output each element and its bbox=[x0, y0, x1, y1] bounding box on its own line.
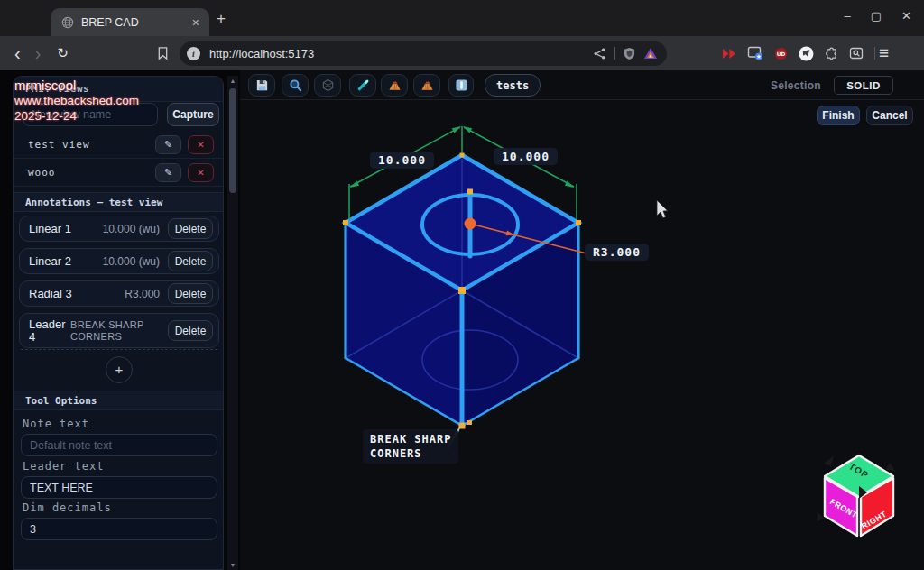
reload-button[interactable]: ↻ bbox=[57, 45, 69, 61]
dimension-label-right[interactable]: 10.000 bbox=[494, 148, 558, 165]
annotation-value: 10.000 (wu) bbox=[76, 255, 168, 268]
annotations-section-header: Annotations — test view bbox=[14, 192, 223, 212]
extension-ud-badge-icon[interactable]: UD bbox=[774, 47, 788, 60]
svg-text:UD: UD bbox=[777, 51, 786, 56]
tab-favicon-globe-icon bbox=[61, 16, 74, 29]
info-panel-button[interactable] bbox=[448, 74, 474, 97]
volcano-tool-button-2[interactable] bbox=[413, 74, 440, 97]
browser-menu-icon[interactable]: ≡ bbox=[879, 43, 889, 63]
brave-shield-icon[interactable] bbox=[624, 47, 635, 60]
annotation-row: Leader 4 BREAK SHARP CORNERS Delete bbox=[19, 313, 219, 348]
edit-view-button[interactable]: ✎ bbox=[155, 163, 181, 182]
delete-annotation-button[interactable]: Delete bbox=[168, 218, 213, 239]
window-maximize-button[interactable]: ▢ bbox=[871, 9, 882, 23]
add-annotation-area: + bbox=[21, 349, 217, 389]
url-text: http://localhost:5173 bbox=[209, 47, 593, 60]
dim-decimals-input[interactable] bbox=[21, 518, 217, 540]
sidebar-header: PMI: Views bbox=[14, 77, 223, 102]
cancel-button[interactable]: Cancel bbox=[866, 106, 913, 125]
scroll-down-icon[interactable]: ▼ bbox=[227, 562, 238, 568]
annotation-value: R3.000 bbox=[76, 288, 168, 300]
note-text-input[interactable] bbox=[21, 434, 217, 456]
dim-decimals-label: Dim decimals bbox=[23, 501, 112, 514]
back-button[interactable]: ‹ bbox=[14, 45, 21, 61]
wireframe-tool-button[interactable] bbox=[314, 74, 341, 97]
annotation-row: Linear 2 10.000 (wu) Delete bbox=[19, 248, 219, 274]
capture-button[interactable]: Capture bbox=[167, 103, 219, 126]
delete-annotation-button[interactable]: Delete bbox=[168, 283, 213, 304]
edit-view-button[interactable]: ✎ bbox=[155, 135, 181, 154]
annotation-row: Radial 3 R3.000 Delete bbox=[19, 280, 219, 307]
app-page: PMI: Views Capture test view ✎ ✕ wooo ✎ … bbox=[0, 70, 924, 570]
window-minimize-button[interactable]: – bbox=[845, 9, 851, 23]
leader-text-input[interactable] bbox=[21, 476, 217, 499]
volcano-icon bbox=[420, 78, 434, 92]
view-name: test view bbox=[28, 139, 149, 151]
extension-tab-star-icon[interactable] bbox=[747, 46, 763, 60]
pencil-icon: ✎ bbox=[164, 139, 172, 151]
pencil-icon: ✎ bbox=[164, 167, 172, 179]
browser-addressbar: ‹ › ↻ i http://localhost:5173 UD bbox=[0, 36, 924, 70]
cad-canvas[interactable]: tests Selection SOLID Finish Cancel bbox=[240, 70, 924, 570]
scroll-up-icon[interactable]: ▲ bbox=[227, 78, 238, 84]
extension-sidebar-icon[interactable] bbox=[721, 48, 736, 60]
new-tab-button[interactable]: + bbox=[217, 12, 226, 26]
radius-label[interactable]: R3.000 bbox=[585, 244, 649, 261]
new-view-name-input[interactable] bbox=[23, 103, 158, 126]
divider bbox=[874, 47, 875, 60]
view-row[interactable]: wooo ✎ ✕ bbox=[14, 160, 223, 187]
tab-close-icon[interactable]: × bbox=[189, 15, 202, 30]
annotation-value: 10.000 (wu) bbox=[76, 223, 168, 235]
selection-mode-dropdown[interactable]: SOLID bbox=[834, 76, 893, 95]
pen-icon bbox=[356, 78, 370, 92]
leader-text-label: Leader text bbox=[23, 460, 104, 473]
annotation-name: Linear 1 bbox=[29, 223, 76, 235]
delete-view-button[interactable]: ✕ bbox=[188, 135, 214, 154]
divider bbox=[614, 47, 615, 60]
annotation-name: Leader 4 bbox=[29, 318, 70, 344]
site-info-icon[interactable]: i bbox=[187, 47, 200, 60]
scrollbar-thumb[interactable] bbox=[229, 88, 236, 193]
bookmark-icon[interactable] bbox=[157, 46, 169, 60]
extension-logo-icon[interactable] bbox=[799, 46, 814, 61]
browser-tab[interactable]: BREP CAD × bbox=[51, 8, 209, 36]
info-panel-icon bbox=[455, 78, 468, 92]
delete-view-button[interactable]: ✕ bbox=[188, 163, 214, 182]
finish-button[interactable]: Finish bbox=[817, 106, 860, 125]
volcano-tool-button[interactable] bbox=[381, 74, 408, 97]
brave-rewards-triangle-icon[interactable] bbox=[643, 47, 658, 60]
delete-annotation-button[interactable]: Delete bbox=[168, 251, 213, 271]
zoom-tool-button[interactable] bbox=[282, 74, 309, 97]
share-icon[interactable] bbox=[593, 47, 606, 60]
tool-options-header: Tool Options bbox=[14, 391, 223, 410]
dimension-label-left[interactable]: 10.000 bbox=[370, 152, 434, 169]
forward-button[interactable]: › bbox=[35, 45, 42, 61]
reader-search-icon[interactable] bbox=[849, 46, 864, 60]
annotation-value: BREAK SHARP CORNERS bbox=[70, 319, 168, 343]
sidebar-scrollbar[interactable]: ▲ ▼ bbox=[227, 76, 238, 570]
save-button[interactable] bbox=[248, 74, 275, 97]
close-icon: ✕ bbox=[197, 140, 204, 150]
leader-note-line1: BREAK SHARP bbox=[370, 432, 451, 446]
annotation-row: Linear 1 10.000 (wu) Delete bbox=[19, 216, 219, 242]
save-icon bbox=[255, 78, 269, 92]
note-text-label: Note text bbox=[23, 418, 89, 430]
volcano-icon bbox=[388, 78, 402, 92]
tests-button[interactable]: tests bbox=[485, 74, 541, 97]
annotation-name: Linear 2 bbox=[29, 255, 76, 268]
pen-tool-button[interactable] bbox=[349, 74, 376, 97]
url-bar[interactable]: i http://localhost:5173 bbox=[180, 41, 667, 66]
wireframe-icon bbox=[321, 78, 335, 92]
browser-titlebar: BREP CAD × + – ▢ ✕ bbox=[0, 0, 924, 36]
delete-annotation-button[interactable]: Delete bbox=[168, 320, 213, 341]
close-icon: ✕ bbox=[197, 168, 204, 178]
tab-title: BREP CAD bbox=[81, 16, 182, 29]
leader-note-label[interactable]: BREAK SHARP CORNERS bbox=[363, 429, 458, 464]
selection-label: Selection bbox=[771, 79, 821, 92]
views-sidebar: PMI: Views Capture test view ✎ ✕ wooo ✎ … bbox=[13, 76, 224, 570]
window-close-button[interactable]: ✕ bbox=[901, 9, 911, 23]
add-annotation-button[interactable]: + bbox=[106, 356, 133, 383]
view-row[interactable]: test view ✎ ✕ bbox=[14, 132, 223, 159]
canvas-toolbar: tests Selection SOLID bbox=[240, 70, 924, 100]
extensions-puzzle-icon[interactable] bbox=[825, 47, 838, 60]
